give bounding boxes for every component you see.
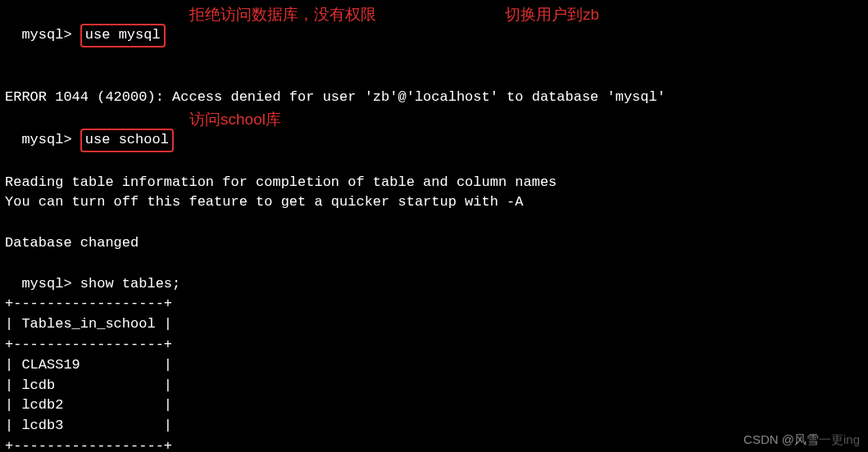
table-row: | CLASS19 | [5,355,863,376]
cmd-use-school-box: use school [80,129,174,152]
database-changed: Database changed [5,233,863,254]
blank-line [5,213,863,233]
csdn-watermark: CSDN @风雪一更ing [743,431,860,449]
line-use-mysql: mysql> use mysql 拒绝访问数据库，没有权限 切换用户到zb [5,3,863,88]
cmd-use-mysql: use mysql [85,27,161,43]
table-header: | Tables_in_school | [5,314,863,335]
table-row: | lcdb2 | [5,396,863,416]
table-border-mid: +------------------+ [5,335,863,355]
table-row: | lcdb | [5,376,863,396]
cmd-use-school: use school [85,132,169,147]
watermark-faint: 一更ing [819,432,860,446]
mysql-prompt: mysql> [21,276,80,292]
error-1044: ERROR 1044 (42000): Access denied for us… [5,88,863,108]
table-border-top: +------------------+ [5,294,863,314]
reading-info-1: Reading table information for completion… [5,173,863,193]
annotation-switch-user: 切换用户到zb [505,3,599,26]
line-show-tables: mysql> show tables; [5,254,863,295]
cmd-show-tables: show tables; [80,276,180,292]
mysql-prompt: mysql> [21,27,80,43]
table-border-bottom: +------------------+ [5,436,863,452]
table-row: | lcdb3 | [5,416,863,436]
cmd-use-mysql-box: use mysql [80,24,166,47]
reading-info-2: You can turn off this feature to get a q… [5,192,863,213]
annotation-denied: 拒绝访问数据库，没有权限 [189,3,376,26]
annotation-access-school: 访问school库 [189,108,281,131]
mysql-prompt: mysql> [21,132,80,147]
line-use-school: mysql> use school 访问school库 [5,108,863,172]
watermark-main: CSDN @风雪 [743,432,819,446]
